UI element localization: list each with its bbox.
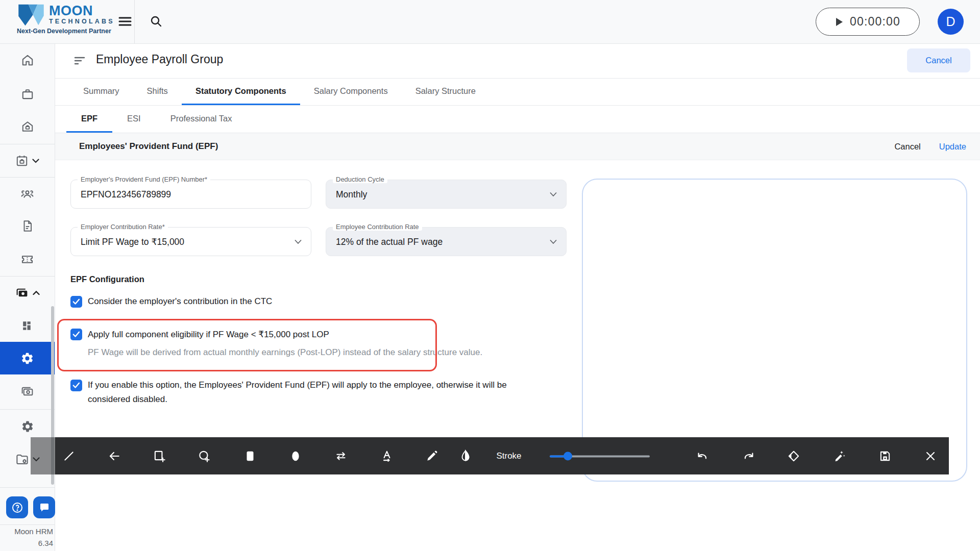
example-card-container: Example EPF Calculation Assume the PF wa… — [582, 179, 967, 482]
home-icon — [21, 54, 34, 67]
brand-name: MOON — [49, 4, 115, 17]
circle-add-tool[interactable] — [198, 449, 211, 463]
eraser-button[interactable] — [787, 449, 800, 463]
employer-rate-value: Limit PF Wage to ₹15,000 — [81, 236, 184, 247]
stroke-width-slider[interactable] — [550, 452, 650, 460]
sort-filter-icon[interactable] — [74, 55, 86, 66]
user-avatar[interactable]: D — [938, 9, 964, 35]
checkbox-full-eligibility-label: Apply full component eligibility if PF W… — [88, 329, 329, 340]
sidebar-item-attendance[interactable] — [0, 144, 55, 177]
menu-icon[interactable] — [118, 15, 132, 28]
swap-arrows-tool[interactable] — [334, 449, 348, 463]
settings-icon — [21, 420, 34, 433]
dashboard-icon — [21, 319, 34, 332]
groups-icon — [20, 187, 34, 201]
checkbox-epf-enabled-label: If you enable this option, the Employees… — [88, 378, 550, 407]
sidebar-item-tickets[interactable] — [0, 243, 55, 276]
section-cancel-link[interactable]: Cancel — [894, 142, 920, 152]
sidebar-item-employees[interactable] — [0, 178, 55, 210]
settings-icon — [20, 352, 34, 365]
deduction-cycle-select[interactable]: Deduction Cycle Monthly — [326, 180, 567, 209]
sidebar-item-home-work[interactable] — [0, 110, 55, 143]
page-title: Employee Payroll Group — [96, 53, 223, 66]
deduction-cycle-value: Monthly — [336, 189, 367, 199]
sidebar-item-payroll[interactable] — [0, 277, 55, 309]
chat-icon — [38, 502, 51, 514]
slider-thumb[interactable] — [564, 452, 572, 460]
subtab-epf[interactable]: EPF — [66, 106, 112, 133]
brand-suffix: TECHNOLABS — [49, 17, 115, 26]
sidebar-item-home[interactable] — [0, 44, 55, 77]
red-annotation-rectangle — [57, 319, 437, 371]
tab-summary[interactable]: Summary — [69, 79, 133, 105]
employee-rate-value: 12% of the actual PF wage — [336, 236, 443, 247]
question-icon — [11, 502, 23, 514]
checkbox-full-eligibility-note: PF Wage will be derived from actual mont… — [88, 347, 482, 358]
employer-rate-label: Employer Contribution Rate* — [78, 223, 168, 231]
page-header-row: Employee Payroll Group Cancel — [55, 44, 980, 78]
subtab-professional-tax[interactable]: Professional Tax — [156, 106, 247, 133]
app-version-name: Moon HRM — [0, 527, 53, 536]
sidebar-divider — [0, 487, 55, 488]
config-heading: EPF Configuration — [70, 274, 144, 284]
logo-mark-icon — [17, 3, 45, 27]
calendar-briefcase-icon — [15, 154, 29, 167]
search-icon[interactable] — [150, 15, 163, 28]
timer-value: 00:00:00 — [850, 15, 900, 29]
chevron-down-icon — [550, 239, 557, 244]
help-button[interactable] — [6, 496, 28, 518]
section-title: Employees' Provident Fund (EPF) — [79, 141, 218, 152]
home-work-icon — [21, 120, 34, 133]
tab-bar: Summary Shifts Statutory Components Sala… — [55, 78, 980, 106]
company-logo: MOON TECHNOLABS Next-Gen Development Par… — [17, 3, 121, 35]
epf-number-value: EPFNO123456789899 — [81, 189, 171, 199]
brand-tagline: Next-Gen Development Partner — [17, 28, 121, 35]
tab-salary-structure[interactable]: Salary Structure — [402, 79, 489, 105]
app-version-number: 6.34 — [0, 539, 53, 547]
contrast-droplet-tool[interactable] — [459, 449, 472, 463]
check-icon — [72, 298, 80, 305]
employer-rate-select[interactable]: Employer Contribution Rate* Limit PF Wag… — [70, 227, 311, 256]
time-tracker[interactable]: 00:00:00 — [816, 8, 920, 36]
play-icon[interactable] — [835, 17, 843, 27]
section-update-link[interactable]: Update — [939, 142, 966, 152]
stroke-label: Stroke — [496, 451, 521, 461]
checkbox-ctc-label: Consider the employer's contribution in … — [88, 296, 272, 307]
employee-rate-select[interactable]: Employee Contribution Rate 12% of the ac… — [326, 227, 567, 256]
tab-salary-components[interactable]: Salary Components — [300, 79, 402, 105]
checkbox-epf-enabled[interactable] — [70, 380, 82, 391]
epf-number-field[interactable]: Employer's Provident Fund (EPF) Number* … — [70, 180, 311, 209]
deduction-cycle-label: Deduction Cycle — [333, 176, 387, 183]
tab-shifts[interactable]: Shifts — [133, 79, 182, 105]
checkbox-ctc[interactable] — [70, 296, 82, 308]
arrow-tool[interactable] — [108, 449, 121, 463]
sidebar-item-payroll-dashboard[interactable] — [0, 309, 55, 342]
magic-wand-button[interactable] — [832, 449, 846, 463]
filled-rectangle-tool[interactable] — [243, 449, 257, 463]
toolbar-shadow-extension — [31, 437, 55, 474]
chevron-down-icon — [295, 239, 302, 244]
cancel-button[interactable]: Cancel — [907, 48, 970, 72]
save-button[interactable] — [878, 449, 892, 463]
tab-statutory-components[interactable]: Statutory Components — [182, 79, 300, 105]
redo-button[interactable] — [742, 449, 755, 463]
folder-settings-icon — [15, 453, 29, 466]
sidebar-item-documents[interactable] — [0, 210, 55, 242]
sidebar-item-work[interactable] — [0, 78, 55, 111]
app-header: MOON TECHNOLABS Next-Gen Development Par… — [0, 0, 980, 44]
undo-button[interactable] — [696, 449, 709, 463]
rectangle-add-tool[interactable] — [153, 449, 166, 463]
sidebar-item-payroll-settings-active[interactable] — [0, 342, 55, 374]
subtab-esi[interactable]: ESI — [112, 106, 156, 133]
text-tool[interactable] — [380, 449, 394, 463]
employee-rate-label: Employee Contribution Rate — [333, 223, 422, 231]
annotation-toolbar: Stroke — [55, 437, 949, 474]
pen-tool[interactable] — [425, 449, 438, 463]
line-tool[interactable] — [62, 449, 76, 463]
close-button[interactable] — [924, 450, 937, 462]
filled-ellipse-tool[interactable] — [289, 449, 302, 463]
check-icon — [72, 331, 80, 338]
feedback-button[interactable] — [33, 496, 55, 518]
sidebar-item-payments[interactable] — [0, 375, 55, 408]
checkbox-full-eligibility[interactable] — [70, 329, 82, 340]
